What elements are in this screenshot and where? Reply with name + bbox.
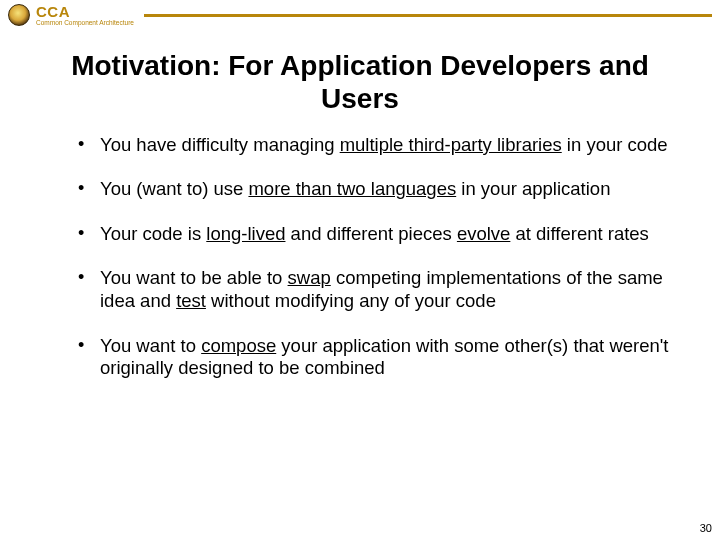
- list-item: You want to compose your application wit…: [78, 335, 678, 380]
- slide-title: Motivation: For Application Developers a…: [40, 49, 680, 116]
- brand-text: CCA Common Component Architecture: [36, 4, 134, 27]
- list-item: You want to be able to swap competing im…: [78, 267, 678, 312]
- brand-subtitle: Common Component Architecture: [36, 20, 134, 27]
- bullet-text: You have difficulty managing multiple th…: [100, 134, 668, 155]
- bullet-text: You (want to) use more than two language…: [100, 178, 610, 199]
- list-item: Your code is long-lived and different pi…: [78, 223, 678, 246]
- slide-header: CCA Common Component Architecture: [0, 0, 720, 27]
- bullet-text: You want to be able to swap competing im…: [100, 267, 663, 311]
- bullet-list: You have difficulty managing multiple th…: [0, 134, 720, 380]
- list-item: You have difficulty managing multiple th…: [78, 134, 678, 157]
- bullet-text: Your code is long-lived and different pi…: [100, 223, 649, 244]
- cca-logo-icon: [8, 4, 30, 26]
- bullet-text: You want to compose your application wit…: [100, 335, 668, 379]
- brand-acronym: CCA: [36, 4, 134, 19]
- header-rule: [144, 14, 712, 17]
- list-item: You (want to) use more than two language…: [78, 178, 678, 201]
- page-number: 30: [700, 522, 712, 534]
